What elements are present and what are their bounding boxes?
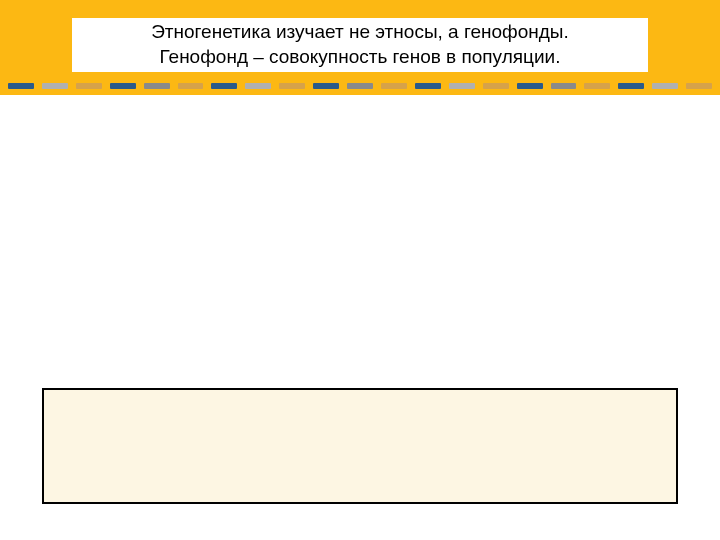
title-line-2: Генофонд – совокупность генов в популяци… bbox=[160, 45, 561, 70]
title-box: Этногенетика изучает не этносы, а генофо… bbox=[72, 18, 648, 72]
dash-icon bbox=[551, 83, 577, 89]
dash-icon bbox=[76, 83, 102, 89]
dash-icon bbox=[42, 83, 68, 89]
dash-icon bbox=[8, 83, 34, 89]
dash-icon bbox=[584, 83, 610, 89]
dash-icon bbox=[279, 83, 305, 89]
dash-icon bbox=[211, 83, 237, 89]
content-box bbox=[42, 388, 678, 504]
dash-icon bbox=[686, 83, 712, 89]
accent-line bbox=[0, 92, 720, 95]
dash-icon bbox=[313, 83, 339, 89]
dash-icon bbox=[144, 83, 170, 89]
title-line-1: Этногенетика изучает не этносы, а генофо… bbox=[151, 20, 569, 45]
dash-icon bbox=[517, 83, 543, 89]
dash-icon bbox=[245, 83, 271, 89]
dash-icon bbox=[652, 83, 678, 89]
dash-icon bbox=[381, 83, 407, 89]
dash-icon bbox=[110, 83, 136, 89]
dash-icon bbox=[618, 83, 644, 89]
dash-icon bbox=[483, 83, 509, 89]
dash-icon bbox=[178, 83, 204, 89]
dash-icon bbox=[415, 83, 441, 89]
dash-icon bbox=[347, 83, 373, 89]
dash-icon bbox=[449, 83, 475, 89]
